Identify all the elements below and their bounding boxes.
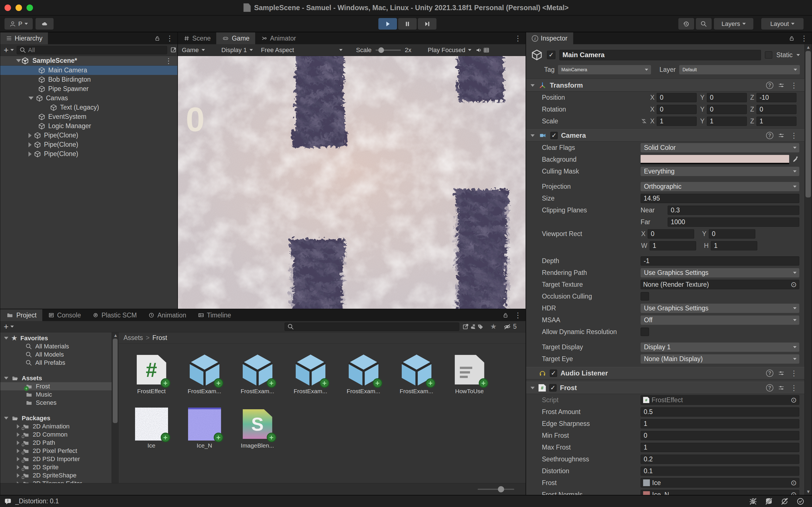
script-field[interactable]: #FrostEffect⊙ [641, 395, 799, 405]
value-field[interactable]: 1 [707, 117, 747, 126]
hierarchy-item-bob-birdington[interactable]: Bob Birdington [0, 75, 177, 84]
foldout-open-icon[interactable] [530, 387, 535, 389]
favorites-filter-icon[interactable]: ★ [490, 322, 497, 331]
close-window-button[interactable] [4, 4, 11, 11]
minimize-window-button[interactable] [15, 4, 22, 11]
static-checkbox[interactable] [765, 51, 772, 59]
gameobject-name-field[interactable]: Main Camera [559, 50, 761, 60]
foldout-closed-icon[interactable] [17, 449, 19, 453]
tree-item-music[interactable]: Music [0, 390, 118, 399]
add-gameobject-button[interactable]: + [4, 45, 14, 55]
asset-frosteffect[interactable]: #+FrostEffect [130, 353, 172, 395]
help-icon[interactable]: ? [766, 132, 773, 139]
tree-item-scenes[interactable]: Scenes [0, 399, 118, 407]
tree-item-packages[interactable]: Packages [0, 414, 118, 422]
value-field[interactable]: 1 [756, 117, 797, 126]
value-field[interactable]: 0.5 [641, 407, 799, 416]
play-button[interactable] [378, 18, 397, 30]
kebab-menu-icon[interactable]: ⋮ [164, 57, 173, 64]
tab-game[interactable]: Game [216, 33, 255, 44]
hierarchy-item-pipe-spawner[interactable]: Pipe Spawner [0, 84, 177, 94]
dropdown[interactable]: Use Graphics Settings [641, 304, 799, 313]
dropdown[interactable]: Everything [641, 167, 799, 176]
hierarchy-item-pipe-clone-[interactable]: Pipe(Clone) [0, 131, 177, 140]
tag-dropdown[interactable]: MainCamera [558, 65, 651, 74]
help-icon[interactable]: ? [766, 370, 773, 377]
thumbnail-size-slider[interactable] [477, 489, 514, 490]
value-field[interactable]: -1 [641, 256, 799, 266]
tree-item-2d-animation[interactable]: 2D Animation [0, 422, 118, 431]
color-swatch[interactable] [641, 155, 789, 164]
tree-item-2d-psd-importer[interactable]: 2D PSD Importer [0, 455, 118, 463]
value-field[interactable]: 0 [657, 93, 697, 102]
slider-thumb[interactable] [498, 486, 504, 492]
property-checkbox[interactable] [641, 292, 649, 300]
foldout-open-icon[interactable] [29, 97, 34, 100]
kebab-menu-icon[interactable]: ⋮ [789, 384, 799, 392]
maximize-window-button[interactable] [27, 4, 33, 11]
tab-scene[interactable]: Scene [178, 33, 216, 44]
component-header-transform[interactable]: Transform?⋮ [526, 79, 804, 92]
hierarchy-item-pipe-clone-[interactable]: Pipe(Clone) [0, 149, 177, 159]
cloud-button[interactable] [36, 18, 54, 30]
dropdown[interactable]: Display 1 [641, 342, 799, 352]
foldout-closed-icon[interactable] [29, 152, 32, 157]
hierarchy-item-logic-manager[interactable]: Logic Manager [0, 121, 177, 131]
hierarchy-item-eventsystem[interactable]: EventSystem [0, 112, 177, 121]
asset-frostexam-[interactable]: +FrostExam... [289, 353, 332, 395]
value-field[interactable]: 0 [709, 229, 755, 238]
tab-plastic-scm[interactable]: Plastic SCM [87, 309, 142, 321]
hierarchy-search-input[interactable]: All [17, 46, 167, 54]
tab-inspector[interactable]: i Inspector [526, 33, 573, 44]
value-field[interactable]: -10 [756, 93, 797, 102]
value-field[interactable]: 0.2 [641, 455, 799, 464]
kebab-menu-icon[interactable]: ⋮ [165, 35, 174, 42]
foldout-open-icon[interactable] [4, 417, 8, 419]
object-picker-icon[interactable]: ⊙ [791, 490, 797, 495]
tree-item-2d-pixel-perfect[interactable]: 2D Pixel Perfect [0, 447, 118, 455]
tree-item-all-prefabs[interactable]: All Prefabs [0, 358, 118, 367]
layer-dropdown[interactable]: Default [679, 65, 800, 74]
dropdown[interactable]: None (Main Display) [641, 354, 799, 363]
foldout-closed-icon[interactable] [17, 441, 19, 445]
tree-item-2d-spriteshape[interactable]: 2D SpriteShape [0, 471, 118, 480]
kebab-menu-icon[interactable]: ⋮ [513, 35, 523, 42]
object-picker-icon[interactable]: ⊙ [791, 280, 797, 289]
hierarchy-item-canvas[interactable]: Canvas [0, 94, 177, 103]
object-field[interactable]: None (Render Texture)⊙ [641, 280, 799, 289]
hierarchy-item-text-legacy-[interactable]: Text (Legacy) [0, 103, 177, 112]
tree-item-frost[interactable]: +Frost [0, 382, 118, 390]
foldout-closed-icon[interactable] [17, 465, 19, 469]
hidden-packages-toggle[interactable]: 5 [503, 323, 517, 330]
kebab-menu-icon[interactable]: ⋮ [799, 35, 809, 42]
breadcrumb-root[interactable]: Assets [123, 334, 143, 342]
status-message[interactable]: _Distortion: 0.1 [15, 497, 59, 505]
tree-item-2d-path[interactable]: 2D Path [0, 439, 118, 447]
value-field[interactable]: 1000 [668, 217, 799, 227]
tree-item-favorites[interactable]: ★Favorites [0, 334, 118, 342]
scroll-down-icon[interactable]: ▼ [805, 489, 812, 494]
tree-item-2d-sprite[interactable]: 2D Sprite [0, 463, 118, 471]
game-viewport[interactable]: 0 [178, 56, 525, 309]
value-field[interactable]: 1 [641, 443, 799, 452]
value-field[interactable]: 0 [756, 105, 797, 114]
asset-howtouse[interactable]: +HowToUse [448, 353, 491, 395]
breadcrumb-current[interactable]: Frost [152, 334, 167, 342]
tab-hierarchy[interactable]: Hierarchy [0, 33, 48, 44]
tab-animator[interactable]: Animator [255, 33, 302, 44]
kebab-menu-icon[interactable]: ⋮ [513, 312, 523, 319]
step-button[interactable] [418, 18, 437, 30]
dropdown[interactable]: Solid Color [641, 143, 799, 152]
chevron-down-icon[interactable] [797, 54, 800, 56]
asset-frostexam-[interactable]: +FrostExam... [395, 353, 438, 395]
active-checkbox[interactable]: ✓ [547, 51, 555, 59]
object-picker-icon[interactable]: ⊙ [791, 396, 797, 404]
foldout-closed-icon[interactable] [17, 424, 19, 429]
foldout-open-icon[interactable] [4, 337, 8, 339]
value-field[interactable]: 0 [657, 105, 697, 114]
add-asset-button[interactable]: + [4, 322, 14, 332]
value-field[interactable]: 0.1 [641, 466, 799, 476]
tree-item-all-materials[interactable]: All Materials [0, 342, 118, 350]
value-field[interactable]: 0.3 [668, 206, 799, 215]
layout-dropdown[interactable]: Layout [761, 18, 804, 30]
